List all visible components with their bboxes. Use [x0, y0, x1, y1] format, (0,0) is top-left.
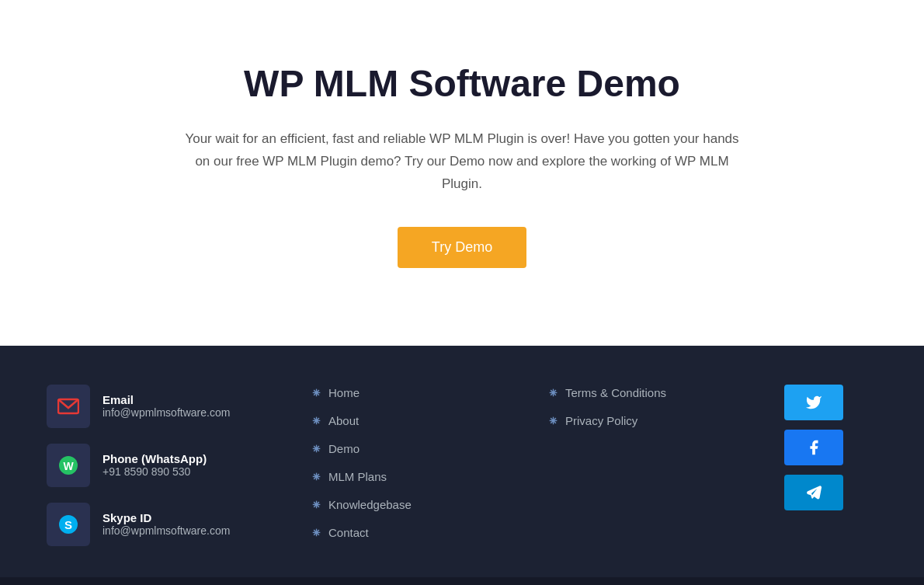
hero-section: WP MLM Software Demo Your wait for an ef… — [0, 0, 924, 346]
phone-label: Phone (WhatsApp) — [102, 452, 207, 465]
skype-value: info@wpmlmsoftware.com — [102, 524, 230, 537]
email-contact-text: Email info@wpmlmsoftware.com — [102, 393, 230, 419]
try-demo-button[interactable]: Try Demo — [398, 227, 526, 268]
facebook-icon — [805, 439, 822, 456]
bullet-icon: ⁕ — [311, 496, 322, 514]
skype-contact-text: Skype ID info@wpmlmsoftware.com — [102, 511, 230, 537]
email-icon-box — [47, 385, 90, 428]
phone-value: +91 8590 890 530 — [102, 465, 207, 478]
skype-label: Skype ID — [102, 511, 230, 524]
nav-contact[interactable]: ⁕Contact — [311, 524, 516, 541]
nav-about[interactable]: ⁕About — [311, 413, 516, 430]
telegram-button[interactable] — [784, 475, 843, 510]
bullet-icon: ⁕ — [311, 413, 322, 430]
nav-terms[interactable]: ⁕Terms & Conditions — [547, 385, 753, 402]
email-icon — [57, 395, 79, 417]
nav-home[interactable]: ⁕Home — [311, 385, 516, 402]
bullet-icon: ⁕ — [311, 385, 322, 402]
email-label: Email — [102, 393, 230, 406]
bullet-icon: ⁕ — [311, 468, 322, 486]
footer-nav-col2: ⁕Terms & Conditions ⁕Privacy Policy — [547, 385, 753, 430]
svg-text:S: S — [64, 518, 72, 531]
email-value: info@wpmlmsoftware.com — [102, 406, 230, 419]
twitter-button[interactable] — [784, 385, 843, 420]
bullet-icon: ⁕ — [547, 385, 559, 402]
bottom-bar: WP MLMSOFTWARE 🖥 Free Demo 💬 Quick Conta… — [0, 577, 924, 585]
telegram-icon — [805, 484, 822, 501]
bullet-icon: ⁕ — [547, 413, 559, 430]
nav-mlm-plans[interactable]: ⁕MLM Plans — [311, 468, 516, 486]
footer-nav-col1: ⁕Home ⁕About ⁕Demo ⁕MLM Plans ⁕Knowledge… — [311, 385, 516, 541]
twitter-icon — [805, 394, 822, 411]
phone-icon: W — [57, 454, 79, 476]
email-contact-item: Email info@wpmlmsoftware.com — [47, 385, 280, 428]
hero-title: WP MLM Software Demo — [31, 62, 893, 105]
skype-icon-box: S — [47, 503, 90, 546]
skype-icon: S — [57, 514, 79, 535]
social-icons-column — [784, 385, 877, 510]
footer-grid: Email info@wpmlmsoftware.com W Phone (Wh… — [47, 385, 877, 546]
bullet-icon: ⁕ — [311, 440, 322, 458]
nav-privacy[interactable]: ⁕Privacy Policy — [547, 413, 753, 430]
phone-contact-item: W Phone (WhatsApp) +91 8590 890 530 — [47, 444, 280, 487]
nav-knowledgebase[interactable]: ⁕Knowledgebase — [311, 496, 516, 514]
footer-section: Email info@wpmlmsoftware.com W Phone (Wh… — [0, 346, 924, 577]
phone-icon-box: W — [47, 444, 90, 487]
hero-description: Your wait for an efficient, fast and rel… — [182, 128, 742, 196]
phone-contact-text: Phone (WhatsApp) +91 8590 890 530 — [102, 452, 207, 478]
bullet-icon: ⁕ — [311, 524, 322, 541]
facebook-button[interactable] — [784, 430, 843, 465]
nav-demo[interactable]: ⁕Demo — [311, 440, 516, 458]
svg-text:W: W — [63, 460, 74, 472]
contact-info-column: Email info@wpmlmsoftware.com W Phone (Wh… — [47, 385, 280, 546]
skype-contact-item: S Skype ID info@wpmlmsoftware.com — [47, 503, 280, 546]
